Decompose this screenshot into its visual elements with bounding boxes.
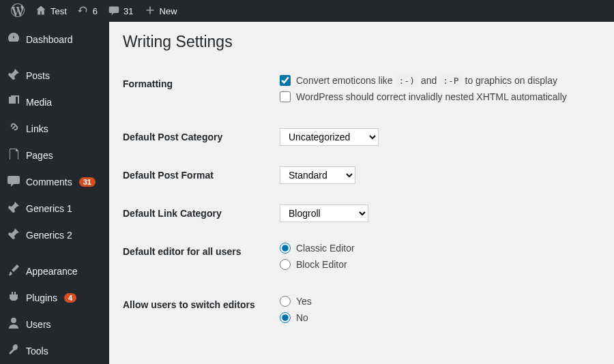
sidebar-item-label: Pages — [26, 150, 53, 161]
page-icon — [7, 147, 20, 163]
sidebar-item-label: Media — [26, 97, 52, 108]
editor-block-option[interactable]: Block Editor — [280, 259, 594, 270]
plus-icon — [145, 5, 156, 18]
wp-logo[interactable] — [5, 0, 30, 22]
sidebar-item-media[interactable]: Media — [0, 89, 109, 115]
link-icon — [7, 121, 20, 136]
sidebar-item-label: Tools — [26, 346, 48, 357]
site-name: Test — [50, 6, 67, 16]
default-editor-label: Default editor for all users — [123, 232, 273, 286]
default-category-select[interactable]: Uncategorized — [280, 128, 379, 146]
updates-count: 6 — [93, 6, 98, 16]
default-format-select[interactable]: Standard — [280, 166, 355, 184]
default-category-label: Default Post Category — [123, 118, 273, 156]
user-icon — [7, 316, 20, 332]
updates-link[interactable]: 6 — [72, 0, 103, 22]
comments-count: 31 — [123, 6, 133, 16]
sidebar-item-posts[interactable]: Posts — [0, 62, 109, 89]
switch-no-radio[interactable] — [280, 312, 291, 323]
emoticon-code: :-P — [439, 75, 462, 87]
media-icon — [7, 94, 20, 110]
sidebar-item-dashboard[interactable]: Dashboard — [0, 26, 109, 52]
brush-icon — [7, 263, 20, 279]
pin-icon — [7, 227, 20, 243]
sidebar-item-label: Comments — [26, 177, 72, 187]
sidebar-item-label: Posts — [26, 70, 50, 81]
sidebar-item-label: Appearance — [26, 266, 78, 277]
settings-form: Formatting Convert emoticons like :-) an… — [123, 65, 600, 339]
comments-icon — [7, 174, 20, 189]
sidebar-item-appearance[interactable]: Appearance — [0, 258, 109, 284]
emoticon-code: :-) — [396, 75, 418, 87]
admin-toolbar: Test 6 31 New — [0, 0, 614, 22]
plugin-icon — [7, 290, 20, 305]
sidebar-item-label: Generics 1 — [26, 203, 72, 214]
pin-icon — [7, 200, 20, 216]
xhtml-checkbox[interactable] — [280, 91, 291, 102]
comments-badge: 31 — [79, 177, 96, 187]
default-link-category-select[interactable]: Blogroll — [280, 204, 368, 222]
sidebar-item-users[interactable]: Users — [0, 311, 109, 337]
new-label: New — [160, 6, 177, 16]
sidebar-item-label: Generics 2 — [26, 230, 72, 241]
comment-icon — [108, 5, 119, 18]
plugins-badge: 4 — [64, 293, 76, 303]
admin-sidebar: Dashboard Posts Media Links Pages Commen… — [0, 22, 109, 364]
sidebar-item-label: Dashboard — [26, 34, 73, 45]
sidebar-item-tools[interactable]: Tools — [0, 337, 109, 364]
pin-icon — [7, 67, 20, 83]
dashboard-icon — [7, 31, 20, 47]
sidebar-item-links[interactable]: Links — [0, 115, 109, 142]
sidebar-item-comments[interactable]: Comments31 — [0, 168, 109, 195]
sidebar-item-generics-2[interactable]: Generics 2 — [0, 222, 109, 248]
wrench-icon — [7, 343, 20, 359]
comments-link[interactable]: 31 — [103, 0, 138, 22]
emoticons-checkbox[interactable] — [280, 75, 291, 86]
wordpress-icon — [11, 3, 25, 19]
editor-classic-option[interactable]: Classic Editor — [280, 243, 594, 254]
sidebar-item-label: Links — [26, 123, 48, 134]
formatting-xhtml-option[interactable]: WordPress should correct invalidly neste… — [280, 91, 594, 102]
switch-no-option[interactable]: No — [280, 312, 594, 323]
default-link-category-label: Default Link Category — [123, 194, 273, 232]
formatting-emoticons-option[interactable]: Convert emoticons like :-) and :-P to gr… — [280, 75, 594, 86]
sidebar-item-label: Plugins — [26, 292, 57, 303]
block-editor-radio[interactable] — [280, 259, 291, 270]
sidebar-item-generics-1[interactable]: Generics 1 — [0, 195, 109, 222]
option-text: WordPress should correct invalidly neste… — [296, 91, 567, 102]
option-text: Convert emoticons like :-) and :-P to gr… — [296, 75, 557, 86]
sidebar-item-label: Users — [26, 319, 51, 330]
page-title: Writing Settings — [123, 33, 600, 51]
switch-editor-label: Allow users to switch editors — [123, 286, 273, 339]
switch-yes-option[interactable]: Yes — [280, 296, 594, 307]
main-content: Writing Settings Formatting Convert emot… — [109, 22, 614, 364]
home-icon — [35, 5, 46, 18]
new-content-link[interactable]: New — [139, 0, 183, 22]
default-format-label: Default Post Format — [123, 156, 273, 194]
sidebar-item-pages[interactable]: Pages — [0, 142, 109, 168]
update-icon — [78, 5, 89, 18]
site-name-link[interactable]: Test — [30, 0, 72, 22]
switch-yes-radio[interactable] — [280, 296, 291, 307]
sidebar-item-plugins[interactable]: Plugins4 — [0, 284, 109, 311]
classic-editor-radio[interactable] — [280, 243, 291, 254]
formatting-label: Formatting — [123, 65, 273, 118]
